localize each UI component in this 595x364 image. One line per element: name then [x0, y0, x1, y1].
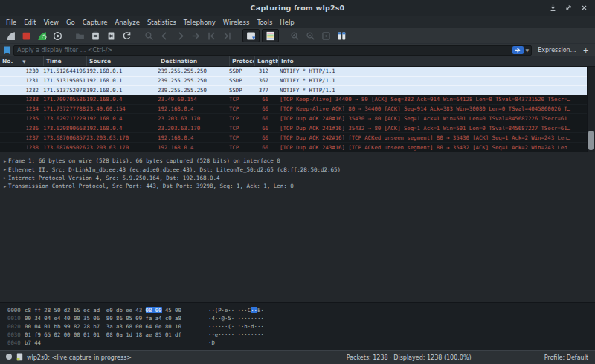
selected-bytes: 08 00: [146, 307, 162, 313]
column-header-info[interactable]: Info: [278, 56, 595, 66]
filter-toolbar: ▼ Expression… +: [0, 43, 595, 56]
window-controls: [543, 4, 595, 13]
menu-analyze[interactable]: Analyze: [111, 19, 144, 26]
menu-go[interactable]: Go: [62, 19, 79, 26]
menu-file[interactable]: File: [2, 19, 20, 26]
colorize-icon[interactable]: [262, 29, 279, 42]
save-file-icon[interactable]: [89, 30, 102, 42]
hex-offset: 0030: [7, 331, 25, 338]
reload-icon[interactable]: [120, 30, 133, 42]
stop-capture-icon[interactable]: [19, 30, 33, 42]
add-filter-button[interactable]: +: [583, 46, 589, 54]
go-back-icon: [158, 30, 171, 42]
capture-options-icon[interactable]: [51, 30, 64, 42]
column-header-destination[interactable]: Destination: [158, 56, 229, 66]
menu-tools[interactable]: Tools: [253, 19, 276, 26]
packet-row[interactable]: 1232 171.513752078 192.168.0.1 239.255.2…: [0, 85, 587, 95]
display-filter-input[interactable]: [17, 46, 512, 55]
packet-row[interactable]: 1237 173.687006857 23.203.63.170 192.168…: [0, 132, 587, 142]
packet-row[interactable]: 1230 171.512644196 192.168.0.1 239.255.2…: [0, 67, 587, 76]
find-packet-icon: [142, 30, 155, 42]
menu-view[interactable]: View: [40, 19, 62, 26]
display-filter-field: ▼: [13, 45, 532, 56]
auto-scroll-icon[interactable]: [242, 29, 260, 42]
filter-bookmark-icon[interactable]: [2, 45, 12, 56]
column-header-length[interactable]: Length: [254, 56, 278, 66]
open-file-icon: [73, 30, 86, 42]
packet-list-scrollbar[interactable]: [587, 67, 595, 152]
maximize-icon[interactable]: [564, 4, 573, 13]
menu-telephony[interactable]: Telephony: [180, 19, 219, 26]
hex-bytes[interactable]: 01 f9 65 02 00 00 01 01 08 0a 1d 18 ae 8…: [25, 331, 201, 338]
packet-list-header: No. ▼ Time Source Destination Protocol L…: [0, 56, 595, 67]
go-to-packet-icon: [189, 30, 202, 42]
expand-arrow-icon[interactable]: ▶: [0, 159, 8, 163]
expand-arrow-icon[interactable]: ▶: [0, 175, 8, 180]
detail-tree-item[interactable]: ▶ Frame 1: 66 bytes on wire (528 bits), …: [0, 157, 595, 165]
menu-bar: File Edit View Go Capture Analyze Statis…: [0, 16, 595, 28]
normal-size-icon: [319, 30, 332, 42]
detail-tree-item[interactable]: ▶ Transmission Control Protocol, Src Por…: [0, 182, 595, 190]
hex-bytes[interactable]: b7 44: [25, 339, 201, 346]
window-title: Capturing from wlp2s0: [52, 4, 543, 12]
hex-row[interactable]: 0010 00 34 04 e4 40 00 35 06 80 86 05 09…: [0, 314, 595, 322]
start-capture-icon: [4, 30, 17, 42]
column-header-protocol[interactable]: Protocol: [229, 56, 254, 66]
selected-ascii: ··: [251, 307, 257, 313]
title-bar: Capturing from wlp2s0: [0, 0, 595, 16]
hex-offset: 0020: [7, 323, 25, 330]
zoom-out-icon: [303, 30, 317, 42]
ascii-bytes[interactable]: ··e····· ········: [208, 331, 264, 338]
hex-bytes[interactable]: 00 04 01 bb 99 82 28 b7 3a a3 68 00 64 0…: [25, 323, 201, 330]
expression-button[interactable]: Expression…: [538, 47, 576, 53]
status-bar: wlp2s0: <live capture in progress> Packe…: [0, 350, 595, 364]
ascii-bytes[interactable]: ·4··@·5· ········: [208, 315, 264, 322]
expand-arrow-icon[interactable]: ▶: [0, 184, 8, 189]
sort-descending-icon: ▼: [22, 59, 25, 64]
detail-tree-item[interactable]: ▶ Internet Protocol Version 4, Src: 5.9.…: [0, 174, 595, 182]
menu-statistics[interactable]: Statistics: [144, 19, 180, 26]
main-toolbar: [0, 28, 595, 43]
column-header-source[interactable]: Source: [86, 56, 158, 66]
menu-help[interactable]: Help: [276, 19, 298, 26]
minimize-icon[interactable]: [548, 4, 557, 13]
profile-label[interactable]: Profile: Default: [544, 354, 588, 361]
hex-row[interactable]: 0020 00 04 01 bb 99 82 28 b7 3a a3 68 00…: [0, 322, 595, 331]
filter-dropdown-icon[interactable]: ▼: [526, 48, 530, 53]
hex-row[interactable]: 0000 c8 ff 28 50 d2 65 ec ad e0 db ee 43…: [0, 306, 595, 314]
menu-wireless[interactable]: Wireless: [219, 19, 254, 26]
hex-bytes[interactable]: c8 ff 28 50 d2 65 ec ad e0 db ee 43 08 0…: [25, 307, 201, 313]
ascii-bytes[interactable]: ·D: [208, 339, 215, 346]
packet-row[interactable]: 1234 171.737277788 23.49.60.154 192.168.…: [0, 104, 587, 114]
wireshark-window: Capturing from wlp2s0 File Edit View Go …: [0, 0, 595, 364]
scrollbar-thumb[interactable]: [588, 131, 594, 150]
resize-columns-icon[interactable]: [335, 30, 348, 42]
zoom-in-icon: [288, 30, 301, 42]
hex-row[interactable]: 0030 01 f9 65 02 00 00 01 01 08 0a 1d 18…: [0, 331, 595, 339]
packet-list: 1230 171.512644196 192.168.0.1 239.255.2…: [0, 67, 595, 152]
column-header-no[interactable]: No. ▼: [0, 56, 43, 66]
packet-row[interactable]: 1233 171.709705586 192.168.0.4 23.49.60.…: [0, 95, 587, 104]
ascii-bytes[interactable]: ······(· :·h·d···: [208, 323, 264, 330]
apply-filter-icon[interactable]: [512, 46, 524, 54]
ascii-bytes[interactable]: ··(P·e·· ···C··E·: [208, 307, 264, 313]
go-last-icon: [220, 30, 234, 42]
menu-capture[interactable]: Capture: [79, 19, 112, 26]
packet-row[interactable]: 1231 171.513195051 192.168.0.1 239.255.2…: [0, 76, 587, 85]
expert-info-icon[interactable]: [5, 353, 13, 362]
menu-edit[interactable]: Edit: [20, 19, 39, 26]
capture-comment-icon[interactable]: [16, 353, 23, 363]
close-icon[interactable]: [579, 4, 588, 13]
hex-bytes[interactable]: 00 34 04 e4 40 00 35 06 80 86 05 09 fa a…: [25, 315, 201, 322]
hex-offset: 0000: [7, 307, 25, 313]
detail-tree-item[interactable]: ▶ Ethernet II, Src: D-LinkIn_db:ee:43 (e…: [0, 165, 595, 173]
packet-row[interactable]: 1236 173.629890663 192.168.0.4 23.203.63…: [0, 123, 587, 132]
expand-arrow-icon[interactable]: ▶: [0, 167, 8, 172]
restart-capture-icon[interactable]: [35, 30, 48, 42]
capture-status-text: wlp2s0: <live capture in progress>: [27, 354, 132, 361]
column-header-time[interactable]: Time: [43, 56, 86, 66]
close-file-icon[interactable]: [104, 30, 118, 42]
packet-row[interactable]: 1238 173.687695026 23.203.63.170 192.168…: [0, 142, 587, 152]
hex-row[interactable]: 0040 b7 44 ·D: [0, 339, 595, 347]
packet-row[interactable]: 1235 173.629717229 192.168.0.4 23.203.63…: [0, 113, 587, 123]
